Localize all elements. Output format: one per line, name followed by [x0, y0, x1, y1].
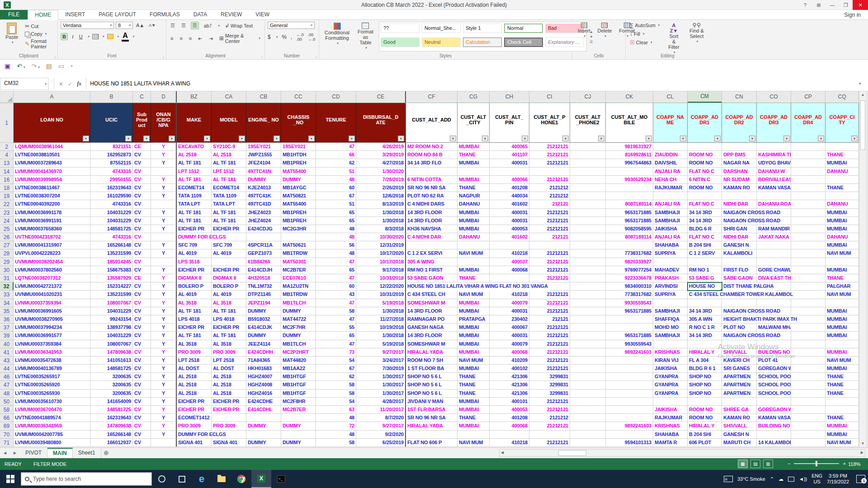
header-cell-CG[interactable]: CUST_ALT _CITY▼	[458, 103, 490, 143]
cell-CM26[interactable]: FLAT NO C	[688, 233, 722, 241]
cell-B37[interactable]: 138937798	[90, 324, 133, 332]
cell-C27[interactable]: CV	[133, 241, 151, 249]
cell-B32[interactable]: 152314227	[90, 282, 133, 291]
cell-CC27[interactable]: MAT50621	[281, 241, 316, 249]
cell-CQ27[interactable]: MUMBAI	[826, 241, 859, 249]
cell-CL36[interactable]: SHAFFIQA	[653, 315, 688, 324]
cell-D16[interactable]: Y	[151, 176, 177, 184]
cell-CK30[interactable]: 9769077254	[606, 266, 653, 274]
cell-CJ28[interactable]	[570, 249, 606, 258]
cell-A70[interactable]: UVMUM00042007785	[14, 431, 90, 439]
cell-CP47[interactable]	[791, 381, 826, 389]
cell-CD48[interactable]: 58	[316, 389, 356, 398]
cell-CB25[interactable]: E424CDJG	[246, 225, 281, 233]
cell-CM23[interactable]: 34 14 3RD	[688, 209, 722, 217]
cell-CQ71[interactable]: NAVI MUM	[826, 439, 859, 447]
cell-CN16[interactable]: NR SUDAM	[722, 176, 757, 184]
row-header-43[interactable]: 43	[0, 357, 14, 365]
cell-BZ30[interactable]: EICHER PR	[177, 266, 212, 274]
cell-D50[interactable]: Y	[151, 398, 177, 406]
cell-B46[interactable]: 3200635	[90, 373, 133, 381]
cell-CG39[interactable]: MUMBAI	[458, 332, 490, 340]
cell-CH70[interactable]	[490, 431, 529, 439]
cell-BZ29[interactable]: LPS 3518	[177, 258, 212, 266]
cell-B24[interactable]: 104031229	[90, 217, 133, 225]
cell-CF70[interactable]	[406, 431, 458, 439]
cell-CA24[interactable]: AL TF 181	[212, 217, 246, 225]
vertical-scroll-thumb[interactable]	[860, 100, 865, 150]
page-layout-view-button[interactable]: ▤	[750, 460, 760, 468]
cell-B2[interactable]: 8321151	[90, 143, 133, 151]
cell-B26[interactable]: 4743316	[90, 233, 133, 241]
cell-C46[interactable]: CV	[133, 373, 151, 381]
bold-button[interactable]: B	[61, 33, 68, 40]
cell-CM32[interactable]: HOUSE NO	[688, 282, 722, 291]
cell-CI27[interactable]	[529, 241, 570, 249]
cell-CO46[interactable]: SCHOOL POONA LIN	[757, 373, 791, 381]
cell-CM19[interactable]	[688, 192, 722, 200]
cell-CN41[interactable]: SHIVVALL	[722, 348, 757, 357]
cell-CB58[interactable]: E414CDHL	[246, 406, 281, 414]
help-button[interactable]: ?	[798, 0, 812, 10]
cell-CH25[interactable]: 400053	[490, 225, 529, 233]
cell-CF23[interactable]: 14 3RD FLOOR	[406, 209, 458, 217]
cell-CM50[interactable]	[688, 398, 722, 406]
cell-C26[interactable]: CV	[133, 233, 151, 241]
cell-CF22[interactable]: C 4 NIDHI DARS	[406, 200, 458, 208]
cell-CK23[interactable]: 9653171885	[606, 209, 653, 217]
cell-CD50[interactable]: 54	[316, 398, 356, 406]
cell-A14[interactable]: LVMUM00041436970	[14, 168, 90, 176]
cell-CN50[interactable]	[722, 398, 757, 406]
cell-BZ24[interactable]: AL TF 181	[177, 217, 212, 225]
cell-D66[interactable]: Y	[151, 414, 177, 422]
news-weather-icon[interactable]: ☰	[724, 476, 733, 482]
cell-CB13[interactable]: JFEZ4104	[246, 159, 281, 167]
cell-CO69[interactable]: BUILDING NO 5 RAW	[757, 422, 791, 430]
header-cell-CF[interactable]: CUST_ALT_ADD▼	[406, 103, 458, 143]
cell-CM70[interactable]: B 204 SHI	[688, 431, 722, 439]
row-header-19[interactable]: 19	[0, 192, 14, 200]
cell-C47[interactable]: CV	[133, 381, 151, 389]
row-header-31[interactable]: 31	[0, 274, 14, 282]
cell-CK25[interactable]: 9082058595	[606, 225, 653, 233]
cell-CL26[interactable]: ANJALI RA	[653, 233, 688, 241]
cell-CM36[interactable]: 305 A WIN	[688, 315, 722, 324]
cell-D24[interactable]: Y	[151, 217, 177, 225]
cell-CD70[interactable]: 48	[316, 431, 356, 439]
normal-view-button[interactable]: ▦	[738, 460, 748, 468]
name-box-dropdown-icon[interactable]: ▾	[45, 82, 47, 86]
cell-CG24[interactable]: MUMBAI	[458, 217, 490, 225]
cell-CM2[interactable]	[688, 143, 722, 151]
cell-CF19[interactable]: PLOT NO 62 RA	[406, 192, 458, 200]
cell-CN69[interactable]: SHIVVALL	[722, 422, 757, 430]
cell-CN26[interactable]: NIDHI DAR	[722, 233, 757, 241]
cell-A23[interactable]: LVMUM00036991178	[14, 209, 90, 217]
cell-CJ66[interactable]	[570, 414, 606, 422]
cell-A28[interactable]: UVPVL00042228223	[14, 249, 90, 258]
cell-A66[interactable]: UVTNE00041889574	[14, 414, 90, 422]
cell-CN47[interactable]: APARTMEN	[722, 381, 757, 389]
cell-CE22[interactable]: 8/13/2019	[356, 200, 406, 208]
number-dialog-launcher[interactable]: ⌞	[316, 54, 317, 58]
row-header-27[interactable]: 27	[0, 241, 14, 249]
cell-CD16[interactable]: 48	[316, 176, 356, 184]
cell-CJ43[interactable]	[570, 357, 606, 365]
cell-CH26[interactable]: 401602	[490, 233, 529, 241]
row-header-71[interactable]: 71	[0, 439, 14, 447]
cell-CH31[interactable]	[490, 274, 529, 282]
cell-CP31[interactable]	[791, 274, 826, 282]
cell-CG4[interactable]: THANE	[458, 151, 490, 159]
cell-CN32[interactable]: DIST THANE PALGHA	[722, 282, 757, 291]
column-header-CH[interactable]: CH	[490, 91, 529, 103]
cell-D29[interactable]	[151, 258, 177, 266]
cell-CB18[interactable]: KJEZ4013	[246, 184, 281, 192]
cell-CJ70[interactable]	[570, 431, 606, 439]
cell-CK43[interactable]	[606, 357, 653, 365]
cell-B44[interactable]: 148581725	[90, 365, 133, 373]
cell-CJ27[interactable]	[570, 241, 606, 249]
cell-CM48[interactable]: SHOP NO	[688, 389, 722, 398]
row-header-69[interactable]: 69	[0, 422, 14, 430]
header-cell-CK[interactable]: CUST_ALT_MO BILE▼	[606, 103, 653, 143]
row-header-50[interactable]: 50	[0, 398, 14, 406]
cell-CG37[interactable]: MUMBAI	[458, 324, 490, 332]
